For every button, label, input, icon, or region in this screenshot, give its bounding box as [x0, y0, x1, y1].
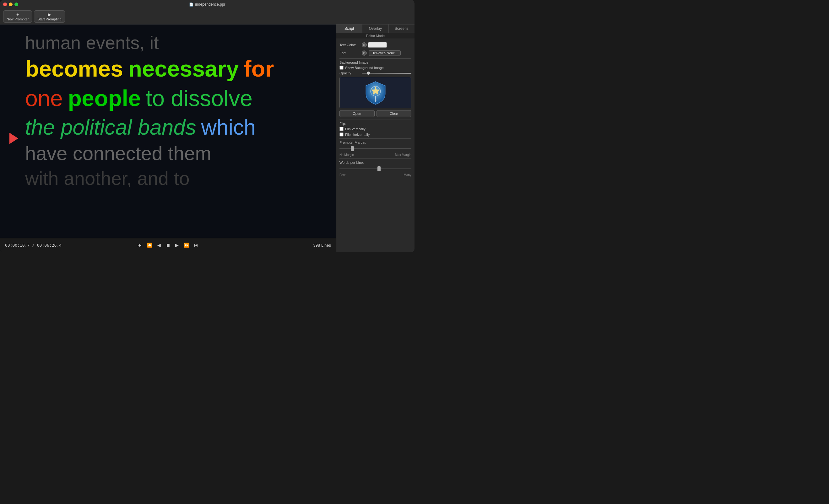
skip-to-start-button[interactable]: ⏮ — [136, 241, 143, 249]
word-to-dissolve: to dissolve — [146, 84, 252, 113]
words-per-line-section: Words per Line: Few Many — [339, 161, 411, 177]
show-bg-image-row: Show Background Image — [339, 66, 411, 70]
flip-horizontally-row: Flip Horizontally — [339, 132, 411, 137]
font-selector-button[interactable]: Helvetica Neue... — [369, 50, 401, 56]
flip-section: Flip: Flip Vertically Flip Horizontally — [339, 122, 411, 137]
flip-vertically-checkbox[interactable] — [339, 127, 344, 131]
margin-track — [339, 148, 411, 149]
prompter-text: human events, it becomes necessary for o… — [0, 25, 336, 197]
tab-overlay[interactable]: Overlay — [362, 25, 389, 33]
tab-script[interactable]: Script — [336, 25, 362, 33]
text-line-6: with another, and to — [25, 166, 317, 191]
start-prompting-button[interactable]: ▶ Start Prompting — [34, 10, 65, 23]
font-label: Font: — [339, 51, 360, 55]
divider-1 — [339, 59, 411, 59]
maximize-button[interactable] — [14, 2, 18, 6]
word-which: which — [201, 113, 256, 141]
main-area: human events, it becomes necessary for o… — [0, 25, 414, 252]
image-buttons: Open Clear — [339, 110, 411, 117]
rewind-button[interactable]: ⏪ — [146, 241, 153, 249]
margin-thumb[interactable] — [351, 146, 354, 151]
words-per-line-label: Words per Line: — [339, 161, 411, 164]
word-the-political-bands: the political bands — [25, 113, 196, 141]
shield-image — [365, 80, 387, 105]
text-line-4: the political bands which — [25, 113, 317, 141]
skip-to-end-button[interactable]: ⏭ — [193, 241, 200, 249]
text-color-control: ∅ — [362, 42, 387, 48]
traffic-lights — [3, 2, 18, 6]
words-track — [339, 168, 411, 169]
word-one: one — [25, 84, 63, 113]
no-margin-label: No Margin — [339, 153, 354, 157]
font-row: Font: ∅ Helvetica Neue... — [339, 50, 411, 56]
tab-screens[interactable]: Screens — [389, 25, 414, 33]
open-image-button[interactable]: Open — [339, 110, 374, 117]
lines-count: 398 Lines — [313, 243, 331, 247]
titlebar: 📄 independence.ppr — [0, 0, 414, 9]
minimize-button[interactable] — [9, 2, 12, 6]
words-slider-container — [339, 166, 411, 172]
words-range-labels: Few Many — [339, 173, 411, 177]
svg-point-3 — [374, 100, 376, 102]
toolbar: + New Prompter ▶ Start Prompting — [0, 9, 414, 25]
flip-vertically-row: Flip Vertically — [339, 127, 411, 131]
flip-horizontally-checkbox[interactable] — [339, 132, 344, 137]
prompter-margin-label: Prompter Margin: — [339, 141, 411, 144]
document-icon: 📄 — [189, 2, 193, 7]
new-prompter-button[interactable]: + New Prompter — [3, 10, 32, 23]
panel-body: Text Color: ∅ Font: ∅ Helvetica Neue... … — [336, 39, 414, 252]
word-becomes: becomes — [25, 54, 123, 84]
opacity-thumb[interactable] — [367, 72, 370, 75]
bg-image-label: Background Image: — [339, 61, 411, 64]
fast-forward-button[interactable]: ⏩ — [182, 241, 190, 249]
opacity-label: Opacity — [339, 71, 360, 75]
play-position-indicator — [9, 133, 18, 144]
flip-horizontally-label: Flip Horizontally — [345, 133, 370, 137]
text-color-label: Text Color: — [339, 43, 360, 47]
many-label: Many — [404, 173, 411, 177]
text-line-2: becomes necessary for — [25, 54, 317, 84]
words-thumb[interactable] — [377, 166, 381, 171]
stop-button[interactable]: ⏹ — [165, 241, 172, 249]
time-display: 00:00:10.7 / 00:06:26.4 — [5, 243, 62, 247]
max-margin-label: Max Margin — [395, 153, 411, 157]
text-color-swatch[interactable] — [368, 42, 387, 48]
step-back-button[interactable]: ◀ — [156, 241, 162, 249]
window-title: 📄 independence.ppr — [189, 2, 225, 7]
divider-3 — [339, 139, 411, 139]
panel-tabs: Script Overlay Screens — [336, 25, 414, 33]
transport-controls: ⏮ ⏪ ◀ ⏹ ▶ ⏩ ⏭ — [136, 241, 200, 249]
font-circle-btn[interactable]: ∅ — [362, 50, 367, 55]
text-line-1: human events, it — [25, 31, 317, 54]
right-panel: Script Overlay Screens Editor Mode Text … — [336, 25, 414, 252]
prompter-margin-section: Prompter Margin: No Margin Max Margin — [339, 141, 411, 157]
editor-mode-label: Editor Mode — [336, 33, 414, 39]
divider-2 — [339, 120, 411, 120]
few-label: Few — [339, 173, 346, 177]
play-button[interactable]: ▶ — [174, 241, 180, 249]
plus-icon: + — [16, 12, 19, 17]
text-color-circle-btn[interactable]: ∅ — [362, 42, 367, 47]
text-color-row: Text Color: ∅ — [339, 42, 411, 48]
prompter-viewport: human events, it becomes necessary for o… — [0, 25, 336, 252]
close-button[interactable] — [3, 2, 7, 6]
text-line-3: one people to dissolve — [25, 84, 317, 113]
show-bg-image-checkbox[interactable] — [339, 66, 344, 70]
flip-vertically-label: Flip Vertically — [345, 127, 365, 131]
opacity-row: Opacity — [339, 71, 411, 75]
word-necessary: necessary — [128, 54, 239, 84]
text-line-5: have connected them — [25, 141, 317, 166]
background-image-section: Background Image: Show Background Image … — [339, 61, 411, 117]
word-for: for — [244, 54, 274, 84]
flip-label: Flip: — [339, 122, 411, 125]
margin-range-labels: No Margin Max Margin — [339, 153, 411, 157]
margin-slider-container — [339, 146, 411, 152]
opacity-slider[interactable] — [362, 73, 411, 74]
transport-bar: 00:00:10.7 / 00:06:26.4 ⏮ ⏪ ◀ ⏹ ▶ ⏩ ⏭ 39… — [0, 238, 336, 252]
clear-image-button[interactable]: Clear — [376, 110, 412, 117]
arrow-icon: ▶ — [48, 12, 51, 17]
divider-4 — [339, 158, 411, 159]
word-people: people — [68, 84, 141, 113]
image-preview — [339, 77, 411, 108]
show-bg-image-label: Show Background Image — [345, 66, 384, 70]
